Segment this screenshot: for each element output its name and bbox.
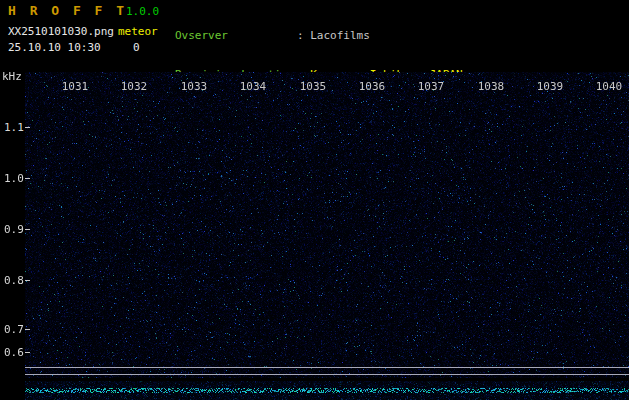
- app-version: 1.0.0: [126, 5, 159, 18]
- time-tick-label: 1035: [298, 80, 328, 93]
- freq-tick: [25, 127, 30, 128]
- freq-tick-label: 0.9: [4, 223, 24, 236]
- datetime-label: 25.10.10 10:30: [8, 41, 101, 54]
- freq-tick-label: 1.0: [4, 172, 24, 185]
- observer-value: : Lacofilms: [297, 29, 370, 42]
- spectrogram-canvas: [25, 72, 629, 378]
- freq-tick: [25, 352, 30, 353]
- time-tick-label: 1034: [238, 80, 268, 93]
- freq-tick-label: 0.8: [4, 274, 24, 287]
- freq-tick: [25, 229, 30, 230]
- app-title: H R O F F T: [8, 3, 127, 18]
- meteor-count: 0: [133, 41, 140, 54]
- time-tick-label: 1032: [119, 80, 149, 93]
- time-tick-label: 1036: [357, 80, 387, 93]
- freq-tick-label: 1.1: [4, 121, 24, 134]
- observer-label: Ovserver: [175, 29, 297, 42]
- level-strip-canvas: [25, 381, 629, 400]
- freq-tick: [25, 329, 30, 330]
- info-row-observer: Ovserver : Lacofilms: [175, 29, 463, 42]
- time-tick-label: 1031: [60, 80, 90, 93]
- freq-tick: [25, 280, 30, 281]
- freq-unit-label: kHz: [2, 70, 22, 83]
- time-tick-label: 1037: [416, 80, 446, 93]
- freq-tick: [25, 178, 30, 179]
- time-tick-label: 1033: [179, 80, 209, 93]
- time-tick-label: 1038: [476, 80, 506, 93]
- time-tick-label: 1039: [535, 80, 565, 93]
- meteor-label: meteor: [118, 25, 158, 38]
- freq-tick-label: 0.7: [4, 323, 24, 336]
- freq-tick-label: 0.6: [4, 346, 24, 359]
- hrofft-screen: H R O F F T 1.0.0 XX2510101030.png meteo…: [0, 0, 629, 400]
- output-filename: XX2510101030.png: [8, 25, 114, 38]
- freq-marker-line-lower: [25, 374, 629, 375]
- time-tick-label: 1040: [594, 80, 624, 93]
- freq-marker-line-upper: [25, 367, 629, 368]
